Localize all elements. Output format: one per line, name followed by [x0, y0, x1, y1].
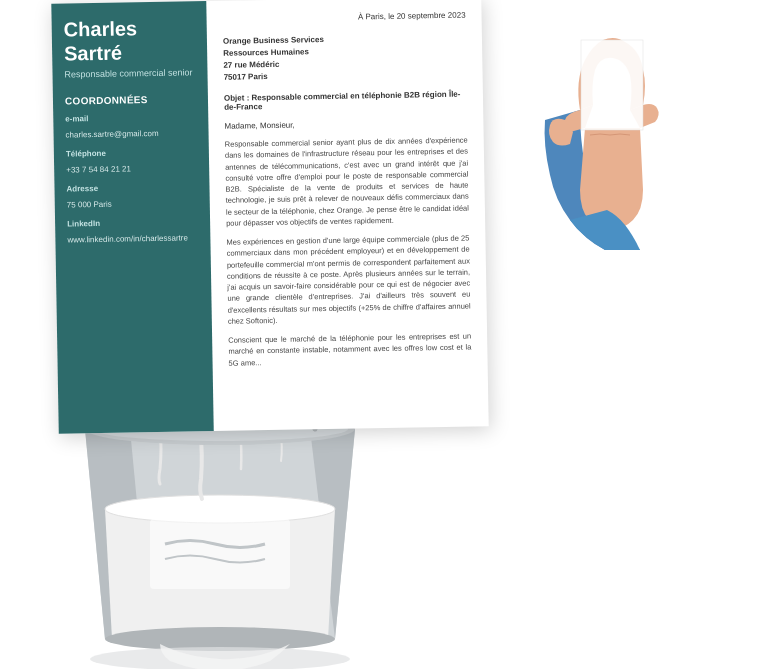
cv-paragraph-1: Responsable commercial senior ayant plus…	[225, 135, 470, 229]
cv-document: Charles Sartré Responsable commercial se…	[51, 0, 488, 434]
hand-illustration	[485, 20, 765, 320]
svg-rect-6	[150, 519, 290, 589]
cv-phone-value: +33 7 54 84 21 21	[66, 164, 131, 174]
cv-phone-item: Téléphone +33 7 54 84 21 21	[66, 147, 197, 176]
cv-recipient: Orange Business Services Ressources Huma…	[223, 32, 467, 84]
cv-linkedin-label: LinkedIn	[67, 217, 198, 228]
cv-linkedin-value: www.linkedin.com/in/charlessartre	[67, 233, 188, 244]
cv-title: Responsable commercial senior	[64, 67, 195, 81]
cv-main: À Paris, le 20 septembre 2023 Orange Bus…	[206, 0, 488, 431]
svg-point-2	[105, 495, 335, 523]
cv-address-value: 75 000 Paris	[67, 199, 112, 209]
cv-phone-label: Téléphone	[66, 147, 197, 158]
cv-paragraph-2: Mes expériences en gestion d'une large é…	[226, 233, 471, 327]
cv-name: Charles Sartré	[64, 15, 196, 65]
cv-address-label: Adresse	[66, 182, 197, 193]
cv-email-value: charles.sartre@gmail.com	[65, 129, 158, 140]
svg-rect-0	[581, 40, 643, 130]
cv-paragraph-3: Conscient que le marché de la téléphonie…	[228, 331, 472, 369]
cv-subject: Objet : Responsable commercial en téléph…	[224, 90, 467, 112]
cv-address-item: Adresse 75 000 Paris	[66, 182, 197, 211]
scene: Charles Sartré Responsable commercial se…	[0, 0, 765, 669]
cv-linkedin-item: LinkedIn www.linkedin.com/in/charlessart…	[67, 217, 198, 246]
cv-email-item: e-mail charles.sartre@gmail.com	[65, 112, 196, 141]
cv-sidebar: Charles Sartré Responsable commercial se…	[51, 1, 213, 434]
cv-coordonnees-title: Coordonnées	[65, 93, 196, 106]
cv-email-label: e-mail	[65, 112, 196, 123]
cv-date: À Paris, le 20 septembre 2023	[222, 11, 465, 24]
cv-greeting: Madame, Monsieur,	[224, 118, 467, 131]
